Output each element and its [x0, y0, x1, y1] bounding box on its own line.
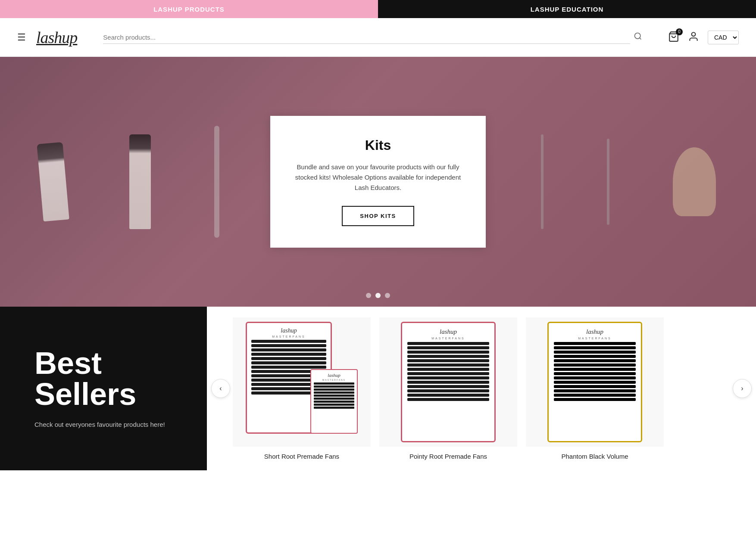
hero-mannequin-head	[673, 147, 716, 216]
lash-tray-2: lashup MASTERFANS	[401, 322, 496, 442]
top-nav-education[interactable]: LASHUP EDUCATION	[378, 0, 756, 18]
svg-line-1	[640, 38, 641, 40]
hero-modal-title: Kits	[287, 137, 469, 153]
currency-select[interactable]: CAD USD GBP EUR	[708, 31, 739, 44]
hero-tool-1	[541, 134, 544, 229]
hero-mascara	[214, 126, 219, 238]
product-image-2: lashup MASTERFANS	[379, 317, 517, 447]
hero-bottle-2	[129, 134, 151, 229]
svg-point-3	[692, 32, 696, 36]
top-nav-products-link[interactable]: LASHUP PRODUCTS	[153, 6, 225, 13]
hero-kits-card: Kits Bundle and save on your favourite p…	[270, 116, 486, 248]
product-name-3: Phantom Black Volume	[526, 453, 664, 460]
best-sellers-label: Best Sellers Check out everyones favouri…	[0, 307, 207, 470]
hero-bottle-1	[37, 142, 69, 222]
best-sellers-description: Check out everyones favourite products h…	[34, 420, 181, 430]
hamburger-menu-icon[interactable]: ☰	[17, 32, 26, 43]
header-icons: 0 CAD USD GBP EUR	[668, 31, 739, 44]
slider-dots	[366, 293, 390, 298]
shop-kits-button[interactable]: SHOP KITS	[342, 206, 414, 226]
product-name-1: Short Root Premade Fans	[233, 453, 371, 460]
best-sellers-section: Best Sellers Check out everyones favouri…	[0, 307, 756, 470]
top-navigation: LASHUP PRODUCTS LASHUP EDUCATION	[0, 0, 756, 18]
product-card-1[interactable]: lashup MASTERFANS	[233, 317, 371, 460]
hero-tool-2	[607, 139, 609, 225]
site-header: ☰ lashup 0 CAD USD GBP EUR	[0, 18, 756, 57]
top-nav-products[interactable]: LASHUP PRODUCTS	[0, 0, 378, 18]
account-button[interactable]	[688, 31, 699, 44]
slide-dot-3[interactable]	[385, 293, 390, 298]
lash-tray-3: lashup MASTERFANS	[547, 322, 642, 442]
cart-button[interactable]: 0	[668, 31, 679, 44]
best-sellers-products: ‹ lashup MASTERFANS	[207, 307, 756, 470]
site-logo[interactable]: lashup	[36, 28, 77, 47]
svg-point-0	[635, 33, 640, 39]
search-input[interactable]	[103, 31, 630, 44]
hero-modal-description: Bundle and save on your favourite produc…	[287, 162, 469, 193]
top-nav-education-link[interactable]: LASHUP EDUCATION	[531, 6, 604, 13]
products-next-button[interactable]: ›	[733, 379, 752, 398]
products-prev-button[interactable]: ‹	[211, 379, 230, 398]
product-card-2[interactable]: lashup MASTERFANS	[379, 317, 517, 460]
lash-tray-small: lashup MASTERFANS	[310, 369, 358, 434]
slide-dot-1[interactable]	[366, 293, 371, 298]
best-sellers-title: Best Sellers	[34, 348, 181, 410]
slide-dot-2[interactable]	[375, 293, 381, 298]
search-bar	[103, 31, 642, 44]
products-row: lashup MASTERFANS	[207, 317, 690, 460]
hero-banner: Kits Bundle and save on your favourite p…	[0, 57, 756, 307]
product-image-3: lashup MASTERFANS	[526, 317, 664, 447]
user-icon	[688, 31, 699, 42]
product-lash-tray-1: lashup MASTERFANS	[246, 322, 358, 442]
product-name-2: Pointy Root Premade Fans	[379, 453, 517, 460]
product-image-1: lashup MASTERFANS	[233, 317, 371, 447]
product-card-3[interactable]: lashup MASTERFANS	[526, 317, 664, 460]
search-button[interactable]	[634, 32, 642, 43]
cart-badge: 0	[676, 28, 683, 35]
